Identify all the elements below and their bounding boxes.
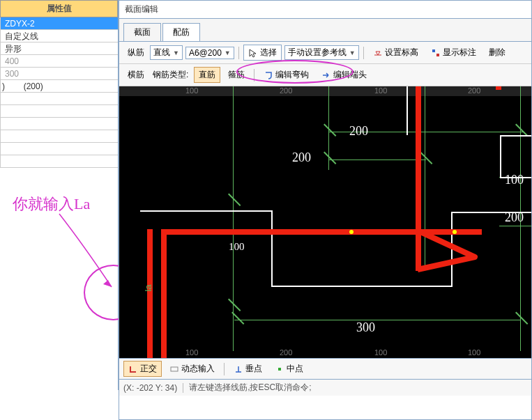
- ruler-tick: 100: [185, 86, 198, 95]
- prop-row[interactable]: ZDYX-2: [0, 17, 118, 30]
- cursor-icon: [248, 48, 258, 58]
- la-label: la: [143, 284, 153, 291]
- ruler-tick: 100: [185, 348, 198, 357]
- mid-icon: [275, 364, 284, 374]
- window-title: 截面编辑: [119, 1, 531, 19]
- label-rebartype: 钢筋类型:: [150, 68, 191, 82]
- ruler-tick: 200: [468, 86, 480, 95]
- dynamic-input-button[interactable]: 动态输入: [165, 361, 220, 377]
- svg-rect-2: [171, 367, 178, 371]
- dim-text: 100: [229, 241, 245, 253]
- set-elevation-button[interactable]: 设置标高: [368, 45, 423, 61]
- annotation-tip: 你就输入La: [13, 194, 90, 215]
- dim-text: 100: [505, 173, 524, 187]
- label-hengjin: 横筋: [125, 68, 147, 82]
- prop-row[interactable]: 300: [0, 68, 118, 80]
- annotation-circle-toolbar: [236, 60, 354, 84]
- dim-text: 200: [505, 210, 524, 225]
- tab-section[interactable]: 截面: [123, 23, 161, 41]
- select-size[interactable]: A6@200: [185, 47, 234, 59]
- ruler-tick: 200: [280, 348, 292, 357]
- svg-rect-3: [278, 368, 281, 371]
- ruler-tick: 200: [280, 86, 292, 95]
- select-button[interactable]: 选择: [243, 45, 282, 61]
- dim-text: 200: [292, 150, 311, 165]
- midpoint-snap-button[interactable]: 中点: [270, 361, 308, 377]
- ruler-tick: 100: [374, 348, 387, 357]
- elevation-icon: [373, 48, 383, 58]
- endpoint-snap-button[interactable]: 垂点: [229, 361, 267, 377]
- select-linetype[interactable]: 直线: [150, 45, 183, 60]
- prop-row[interactable]: 异形: [0, 42, 118, 55]
- ruler-tick: 100: [374, 86, 387, 95]
- dyn-icon: [169, 364, 179, 374]
- dim-text: 300: [356, 320, 375, 335]
- svg-rect-1: [436, 54, 439, 56]
- status-hint: 请左键选择线筋,按ESC取消命令;: [189, 382, 311, 394]
- delete-button[interactable]: 删除: [484, 45, 510, 61]
- drawing-canvas[interactable]: 100 200 100 200 100 200 100 100: [119, 86, 531, 358]
- straight-rebar-button[interactable]: 直筋: [194, 67, 220, 83]
- mark-icon: [431, 48, 441, 58]
- ortho-icon: [128, 364, 138, 374]
- perp-icon: [234, 364, 243, 374]
- prop-row[interactable]: 自定义线: [0, 30, 118, 42]
- show-mark-button[interactable]: 显示标注: [426, 45, 481, 61]
- property-header: 属性值: [0, 0, 118, 17]
- label-zongjin: 纵筋: [125, 45, 147, 60]
- manual-refline-button[interactable]: 手动设置参考线: [284, 45, 359, 60]
- prop-row[interactable]: ) (200): [0, 80, 118, 93]
- ortho-button[interactable]: 正交: [123, 361, 162, 377]
- svg-rect-0: [432, 49, 435, 52]
- dim-text: 200: [349, 124, 368, 139]
- tab-rebar[interactable]: 配筋: [162, 23, 200, 41]
- coord-readout: (X: -202 Y: 34): [123, 383, 183, 393]
- prop-row[interactable]: 400: [0, 55, 118, 68]
- ruler-tick: 100: [468, 348, 480, 357]
